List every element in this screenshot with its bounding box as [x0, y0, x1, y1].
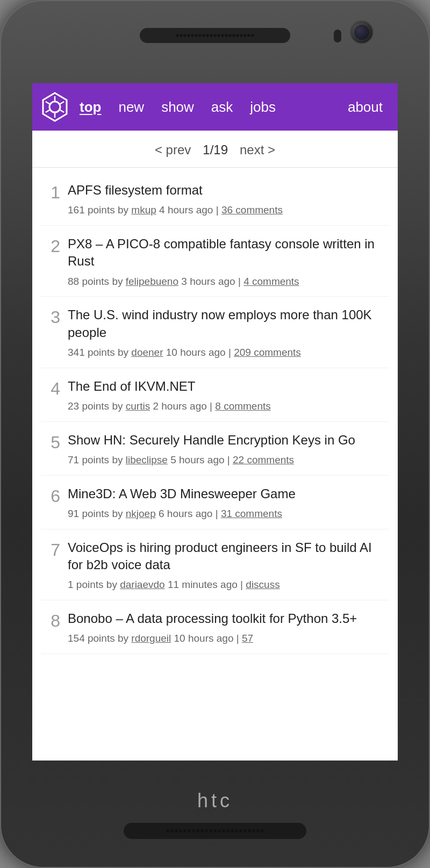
- news-comments[interactable]: 8 comments: [215, 400, 270, 412]
- news-comments[interactable]: 31 comments: [221, 508, 282, 519]
- news-comments[interactable]: 209 comments: [234, 347, 301, 358]
- news-content: Mine3D: A Web 3D Minesweeper Game 91 poi…: [68, 485, 389, 521]
- news-title[interactable]: Bonobo – A data processing toolkit for P…: [68, 610, 389, 627]
- news-title[interactable]: PX8 – A PICO-8 compatible fantasy consol…: [68, 235, 389, 270]
- svg-line-4: [46, 102, 51, 104]
- nav-new[interactable]: new: [110, 99, 153, 116]
- news-title[interactable]: APFS filesystem format: [68, 182, 389, 199]
- news-title[interactable]: The End of IKVM.NET: [68, 378, 389, 395]
- news-comments[interactable]: discuss: [246, 579, 280, 590]
- news-item: 3 The U.S. wind industry now employs mor…: [41, 297, 389, 368]
- news-number: 7: [41, 541, 60, 558]
- svg-line-7: [60, 102, 64, 104]
- news-title[interactable]: VoiceOps is hiring product engineers in …: [68, 539, 389, 574]
- phone-device: top new show ask jobs about < prev 1/19 …: [0, 0, 430, 868]
- news-author[interactable]: dariaevdo: [120, 579, 164, 590]
- nav-bar: top new show ask jobs about: [32, 83, 398, 131]
- news-item: 8 Bonobo – A data processing toolkit for…: [41, 600, 389, 654]
- prev-button[interactable]: < prev: [155, 142, 191, 157]
- news-number: 8: [41, 612, 60, 629]
- camera: [350, 20, 374, 44]
- news-content: APFS filesystem format 161 points by mku…: [68, 182, 389, 218]
- nav-about[interactable]: about: [339, 99, 391, 116]
- news-author[interactable]: curtis: [126, 400, 150, 412]
- phone-bottom: htc: [0, 761, 430, 868]
- news-number: 6: [41, 487, 60, 505]
- news-title[interactable]: Show HN: Securely Handle Encryption Keys…: [68, 432, 389, 449]
- speaker-bottom: [124, 823, 306, 839]
- news-number: 1: [41, 184, 60, 201]
- app-logo: [39, 91, 71, 123]
- news-comments[interactable]: 4 comments: [243, 276, 299, 287]
- news-meta: 23 points by curtis 2 hours ago | 8 comm…: [68, 399, 389, 414]
- news-author[interactable]: mkup: [131, 204, 156, 216]
- speaker-top: [140, 28, 290, 43]
- news-author[interactable]: felipebueno: [126, 276, 178, 287]
- phone-top: [0, 0, 430, 83]
- page-info: 1/19: [203, 142, 228, 157]
- news-number: 4: [41, 380, 60, 397]
- news-item: 2 PX8 – A PICO-8 compatible fantasy cons…: [41, 226, 389, 297]
- pagination: < prev 1/19 next >: [32, 131, 398, 168]
- news-meta: 161 points by mkup 4 hours ago | 36 comm…: [68, 203, 389, 218]
- news-author[interactable]: doener: [131, 347, 163, 358]
- news-comments[interactable]: 36 comments: [221, 204, 283, 216]
- news-content: VoiceOps is hiring product engineers in …: [68, 539, 389, 592]
- news-number: 3: [41, 309, 60, 326]
- nav-links: top new show ask jobs about: [71, 99, 391, 116]
- svg-line-6: [46, 110, 51, 112]
- news-comments[interactable]: 57: [242, 633, 253, 644]
- news-meta: 91 points by nkjoep 6 hours ago | 31 com…: [68, 507, 389, 521]
- news-item: 6 Mine3D: A Web 3D Minesweeper Game 91 p…: [41, 476, 389, 529]
- news-comments[interactable]: 22 comments: [233, 454, 294, 465]
- news-list: 1 APFS filesystem format 161 points by m…: [32, 168, 398, 761]
- brand-label: htc: [197, 790, 233, 812]
- news-content: PX8 – A PICO-8 compatible fantasy consol…: [68, 235, 389, 289]
- news-author[interactable]: libeclipse: [126, 454, 168, 465]
- news-content: The U.S. wind industry now employs more …: [68, 306, 389, 360]
- news-meta: 71 points by libeclipse 5 hours ago | 22…: [68, 453, 389, 468]
- news-item: 5 Show HN: Securely Handle Encryption Ke…: [41, 422, 389, 476]
- news-content: Bonobo – A data processing toolkit for P…: [68, 610, 389, 646]
- news-meta: 341 points by doener 10 hours ago | 209 …: [68, 346, 389, 360]
- nav-ask[interactable]: ask: [203, 99, 241, 116]
- next-button[interactable]: next >: [240, 142, 275, 157]
- news-item: 4 The End of IKVM.NET 23 points by curti…: [41, 368, 389, 422]
- news-meta: 88 points by felipebueno 3 hours ago | 4…: [68, 275, 389, 289]
- nav-jobs[interactable]: jobs: [241, 99, 284, 116]
- svg-point-1: [49, 102, 60, 112]
- news-meta: 1 points by dariaevdo 11 minutes ago | d…: [68, 578, 389, 592]
- news-number: 2: [41, 238, 60, 255]
- svg-line-5: [60, 110, 64, 112]
- news-content: The End of IKVM.NET 23 points by curtis …: [68, 378, 389, 414]
- news-item: 7 VoiceOps is hiring product engineers i…: [41, 529, 389, 600]
- news-item: 1 APFS filesystem format 161 points by m…: [41, 172, 389, 226]
- news-title[interactable]: Mine3D: A Web 3D Minesweeper Game: [68, 485, 389, 503]
- phone-screen: top new show ask jobs about < prev 1/19 …: [32, 83, 398, 761]
- news-meta: 154 points by rdorgueil 10 hours ago | 5…: [68, 632, 389, 646]
- news-number: 5: [41, 434, 60, 451]
- news-content: Show HN: Securely Handle Encryption Keys…: [68, 432, 389, 468]
- nav-show[interactable]: show: [153, 99, 203, 116]
- news-title[interactable]: The U.S. wind industry now employs more …: [68, 306, 389, 341]
- sensor: [334, 30, 341, 42]
- news-author[interactable]: rdorgueil: [131, 633, 171, 644]
- news-author[interactable]: nkjoep: [126, 508, 156, 519]
- nav-top[interactable]: top: [71, 99, 110, 116]
